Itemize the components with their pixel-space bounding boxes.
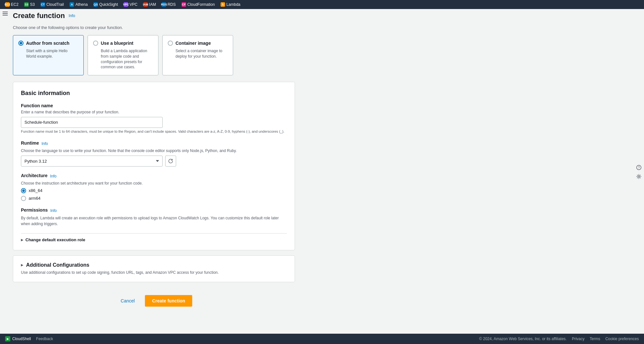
nav-label-lambda: Lambda (226, 2, 240, 7)
refresh-icon (168, 159, 173, 163)
runtime-field: Runtime Info Choose the language to use … (21, 140, 287, 167)
basic-info-section: Basic information Function name Enter a … (13, 82, 295, 250)
rds-icon: RDS (162, 2, 166, 7)
nav-label-vpc: VPC (129, 2, 137, 7)
runtime-select[interactable]: Python 3.12 Node.js 20.x Node.js 18.x Ru… (21, 156, 163, 167)
cloudshell-label: CloudShell (12, 337, 31, 341)
bottom-right: © 2024, Amazon Web Services, Inc. or its… (479, 337, 639, 341)
nav-item-ec2[interactable]: EC2 EC2 (3, 1, 21, 8)
cloudformation-icon: CF (182, 2, 186, 7)
page-info-link[interactable]: Info (69, 14, 75, 18)
permissions-info-link[interactable]: Info (50, 208, 57, 213)
architecture-desc: Choose the instruction set architecture … (21, 181, 287, 186)
lambda-icon: λ (221, 2, 225, 7)
expand-arrow-icon: ▶ (21, 238, 24, 242)
additional-config-header[interactable]: ▶ Additional Configurations (21, 262, 287, 268)
radio-scratch-inner (20, 42, 22, 44)
additional-config-section: ▶ Additional Configurations Use addition… (13, 255, 295, 282)
options-row: Author from scratch Start with a simple … (13, 35, 295, 75)
page-title: Create function (13, 12, 65, 20)
change-role-label: Change default execution role (25, 237, 85, 242)
permissions-label: Permissions (21, 207, 48, 213)
nav-label-quicksight: QuickSight (99, 2, 118, 7)
option-container-header: Container image (168, 41, 228, 46)
function-name-field: Function name Enter a name that describe… (21, 103, 287, 134)
architecture-info-link[interactable]: Info (50, 174, 56, 178)
architecture-x86[interactable]: x86_64 (21, 188, 287, 193)
nav-item-quicksight[interactable]: QS QuickSight (91, 1, 120, 8)
basic-info-title: Basic information (21, 90, 287, 97)
radio-container[interactable] (168, 41, 173, 46)
athena-icon: A (70, 2, 74, 7)
radio-scratch[interactable] (18, 41, 24, 46)
nav-label-cloudtrail: CloudTrail (46, 2, 64, 7)
additional-expand-arrow-icon: ▶ (21, 263, 24, 267)
option-container[interactable]: Container image Select a container image… (162, 35, 233, 75)
additional-config-desc: Use additional configurations to set up … (21, 270, 287, 275)
settings-icon[interactable] (635, 173, 643, 180)
architecture-x86-label: x86_64 (29, 188, 43, 193)
function-name-input[interactable] (21, 117, 163, 128)
bottom-bar: ▶ CloudShell Feedback © 2024, Amazon Web… (0, 334, 644, 344)
permissions-desc: By default, Lambda will create an execut… (21, 215, 287, 227)
sidebar-toggle[interactable] (0, 9, 13, 344)
nav-label-s3: S3 (30, 2, 35, 7)
privacy-link[interactable]: Privacy (572, 337, 584, 341)
cloudshell-button[interactable]: ▶ CloudShell (5, 336, 31, 341)
create-function-button[interactable]: Create function (145, 295, 192, 307)
option-container-desc: Select a container image to deploy for y… (175, 48, 228, 59)
option-author-scratch[interactable]: Author from scratch Start with a simple … (13, 35, 84, 75)
nav-item-iam[interactable]: IAM IAM (141, 1, 158, 8)
feedback-label[interactable]: Feedback (36, 337, 53, 341)
ec2-icon: EC2 (5, 2, 10, 7)
cookie-link[interactable]: Cookie preferences (605, 337, 639, 341)
footer-buttons: Cancel Create function (13, 290, 295, 317)
svg-point-5 (638, 176, 640, 177)
svg-text:?: ? (638, 166, 640, 169)
architecture-label-row: Architecture Info (21, 173, 287, 179)
nav-item-athena[interactable]: A Athena (67, 1, 90, 8)
change-role-expand[interactable]: ▶ Change default execution role (21, 233, 287, 242)
additional-config-title: Additional Configurations (26, 262, 89, 268)
terms-link[interactable]: Terms (590, 337, 600, 341)
radio-x86[interactable] (21, 188, 26, 193)
runtime-info-link[interactable]: Info (42, 141, 48, 146)
option-scratch-title: Author from scratch (26, 41, 70, 46)
svg-rect-1 (3, 13, 8, 14)
nav-item-lambda[interactable]: λ Lambda (218, 1, 243, 8)
function-name-label: Function name (21, 103, 287, 108)
top-nav: EC2 EC2 S3 S3 CT CloudTrail A Athena QS … (0, 0, 644, 9)
s3-icon: S3 (24, 2, 29, 7)
runtime-refresh-button[interactable] (165, 156, 176, 167)
svg-rect-2 (3, 15, 8, 15)
permissions-field: Permissions Info By default, Lambda will… (21, 207, 287, 227)
architecture-field: Architecture Info Choose the instruction… (21, 173, 287, 201)
architecture-radio-group: x86_64 arm64 (21, 188, 287, 201)
nav-item-rds[interactable]: RDS RDS (159, 1, 178, 8)
nav-item-cloudformation[interactable]: CF CloudFormation (179, 1, 217, 8)
cloudtrail-icon: CT (41, 2, 45, 7)
nav-item-vpc[interactable]: VPC VPC (121, 1, 140, 8)
radio-arm64[interactable] (21, 196, 26, 201)
help-icon[interactable]: ? (635, 164, 643, 171)
option-blueprint-title: Use a blueprint (101, 41, 133, 46)
cloudshell-icon: ▶ (5, 336, 10, 341)
main-content: Create function Info Choose one of the f… (13, 9, 303, 344)
svg-rect-0 (3, 12, 8, 12)
nav-item-s3[interactable]: S3 S3 (22, 1, 37, 8)
nav-label-rds: RDS (167, 2, 175, 7)
cancel-button[interactable]: Cancel (116, 296, 140, 306)
radio-blueprint[interactable] (93, 41, 98, 46)
copyright-text: © 2024, Amazon Web Services, Inc. or its… (479, 337, 567, 341)
nav-label-iam: IAM (149, 2, 156, 7)
option-blueprint[interactable]: Use a blueprint Build a Lambda applicati… (88, 35, 158, 75)
option-blueprint-desc: Build a Lambda application from sample c… (101, 48, 153, 70)
function-name-hint: Function name must be 1 to 64 characters… (21, 129, 287, 134)
radio-x86-inner (22, 189, 25, 192)
vpc-icon: VPC (124, 2, 128, 7)
runtime-desc: Choose the language to use to write your… (21, 148, 287, 154)
architecture-arm64[interactable]: arm64 (21, 196, 287, 201)
architecture-label: Architecture (21, 173, 47, 178)
page-header: Create function Info (13, 9, 295, 25)
nav-item-cloudtrail[interactable]: CT CloudTrail (38, 1, 66, 8)
